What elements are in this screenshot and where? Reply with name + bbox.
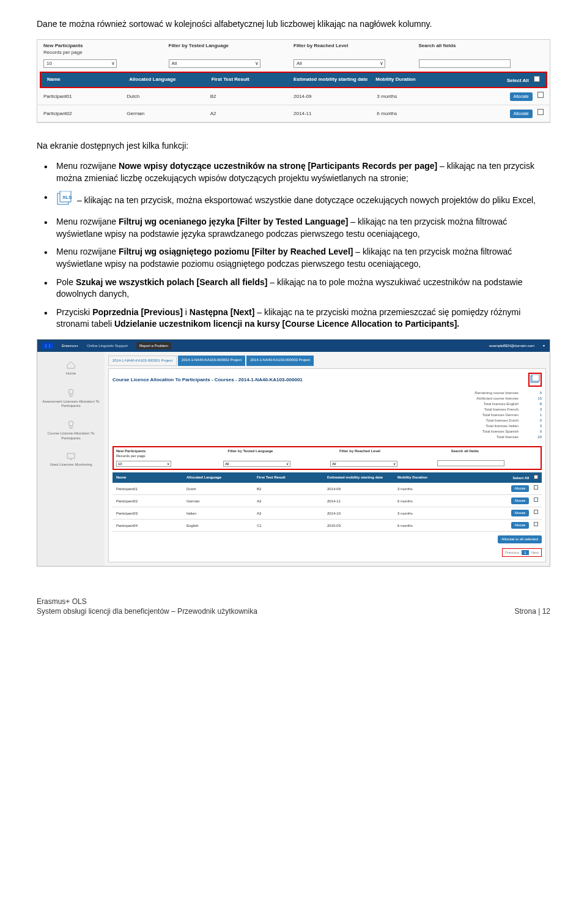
list-item: Przyciski Poprzednia [Previous] i Następ…	[44, 307, 550, 330]
col-date[interactable]: Estimated mobility starting date	[327, 475, 397, 480]
col-name[interactable]: Name	[47, 76, 129, 84]
cell-result: A2	[210, 110, 294, 117]
records-select[interactable]: 10∨	[116, 461, 171, 467]
table-header[interactable]: Name Allocated Language First Test Resul…	[113, 472, 542, 483]
row-checkbox[interactable]	[534, 522, 538, 526]
search-all-label: Search all fields	[419, 42, 544, 56]
functions-heading: Na ekranie dostępnych jest kilka funkcji…	[37, 140, 550, 152]
allocate-button[interactable]: Allocate	[511, 522, 530, 529]
tab-project-3[interactable]: 2014-1-NA40-KA103-000003 Project	[246, 356, 314, 365]
svg-point-4	[68, 421, 73, 426]
table-header-row[interactable]: Name Allocated Language First Test Resul…	[41, 73, 546, 87]
row-checkbox[interactable]	[534, 485, 538, 490]
tested-select[interactable]: All∨	[169, 59, 260, 68]
cell-lang: Dutch	[127, 93, 210, 100]
list-item: Pole Szukaj we wszystkich polach [Search…	[44, 277, 550, 300]
ols-label: Online Linguistic Support	[87, 343, 128, 348]
sidebar: Home Assessment Licences Allocation To P…	[37, 352, 105, 566]
allocate-button[interactable]: Allocate	[511, 485, 530, 492]
row-checkbox[interactable]	[534, 497, 538, 502]
reached-select[interactable]: All∨	[330, 461, 397, 467]
allocate-button[interactable]: Allocate	[511, 510, 530, 516]
select-all-checkbox[interactable]	[534, 76, 540, 82]
excel-icon[interactable]	[530, 374, 540, 383]
records-select[interactable]: 10∨	[43, 59, 117, 68]
page-number[interactable]: 1	[522, 550, 528, 555]
records-label: Records per page	[116, 453, 204, 458]
cell-result: B2	[210, 93, 294, 100]
row-checkbox[interactable]	[537, 92, 544, 98]
table-row: Participant02GermanA22014-116 months All…	[113, 495, 542, 507]
page-number: Strona | 12	[515, 606, 551, 617]
tab-project-2[interactable]: 2014-1-NA40-KA103-000002 Project	[178, 356, 245, 365]
svg-rect-7	[532, 374, 539, 381]
cell-duration: 3 months	[377, 93, 460, 100]
table-row: Participant02 German A2 2014-11 6 months…	[37, 105, 550, 122]
col-lang[interactable]: Allocated Language	[129, 76, 211, 84]
screenshot-filters-table: New Participants Records per page Filter…	[37, 39, 550, 123]
panel-title: Course Licence Allocation To Participant…	[113, 376, 303, 383]
cell-duration: 6 months	[377, 110, 460, 117]
select-all-checkbox[interactable]	[534, 475, 538, 479]
sidebar-item-course[interactable]: Course Licence Allocation To Participant…	[40, 417, 102, 441]
svg-text:XLS: XLS	[62, 195, 72, 200]
col-date[interactable]: Estimated mobility starting date	[294, 76, 375, 84]
cell-name: Participant01	[43, 93, 127, 100]
search-input[interactable]	[437, 460, 504, 466]
next-button[interactable]: Next	[531, 550, 539, 555]
main-content: 2014-1-NA40-KA103-000001 Project 2014-1-…	[105, 352, 550, 566]
tab-project-1[interactable]: 2014-1-NA40-KA103-000001 Project	[108, 356, 177, 365]
table-row: Participant03ItalianA22014-103 months Al…	[113, 507, 542, 520]
tested-select[interactable]: All∨	[223, 461, 290, 467]
allocate-button[interactable]: Allocate	[510, 92, 533, 101]
sidebar-item-assessment[interactable]: Assessment Licences Allocation To Partic…	[40, 385, 102, 409]
list-item: Menu rozwijane Nowe wpisy dotyczące ucze…	[44, 160, 550, 184]
col-select-all[interactable]: Select All	[468, 475, 538, 480]
allocate-button[interactable]: Allocate	[511, 497, 530, 504]
list-item: Menu rozwijane Filtruj wg ocenianego jęz…	[44, 216, 550, 240]
allocate-all-button[interactable]: Allocate to all selected	[498, 535, 542, 543]
cell-date: 2014-09	[294, 93, 377, 100]
svg-point-3	[68, 389, 73, 394]
pager-highlight: Previous 1 Next	[502, 548, 542, 557]
report-problem-button[interactable]: Report a Problem	[136, 342, 171, 349]
trophy-icon	[67, 389, 75, 397]
search-label: Search all fields	[451, 449, 539, 459]
prev-button[interactable]: Previous	[505, 550, 519, 555]
user-dropdown-icon[interactable]: ▾	[543, 343, 545, 348]
user-email[interactable]: exampleBEN@domain.com	[489, 343, 534, 348]
reached-select[interactable]: All∨	[294, 59, 385, 68]
filters-highlight: New Participants Records per page Filter…	[113, 446, 542, 470]
search-input[interactable]	[419, 59, 511, 68]
project-tabs: 2014-1-NA40-KA103-000001 Project 2014-1-…	[108, 356, 546, 365]
footer-line1: Erasmus+ OLS	[37, 597, 257, 607]
table-row: Participant04EnglishC12015-036 months Al…	[113, 520, 542, 532]
allocate-button[interactable]: Allocate	[510, 110, 533, 118]
cell-date: 2014-11	[294, 110, 377, 117]
reached-label: Filter by Reached Level	[339, 449, 427, 459]
svg-rect-5	[67, 453, 75, 458]
sidebar-item-home[interactable]: Home	[40, 357, 102, 376]
app-topbar: ⋮⋮ Erasmus+ Online Linguistic Support Re…	[37, 340, 550, 352]
col-name[interactable]: Name	[116, 475, 186, 480]
col-result[interactable]: First Test Result	[212, 76, 294, 84]
tested-lang-label: Filter by Tested Language	[169, 42, 294, 56]
col-duration[interactable]: Mobility Duration	[397, 475, 468, 480]
col-duration[interactable]: Mobility Duration	[375, 76, 457, 84]
records-per-page-label: Records per page	[43, 49, 169, 56]
row-checkbox[interactable]	[537, 109, 544, 115]
col-result[interactable]: First Test Result	[257, 475, 327, 480]
footer-line2: System obsługi licencji dla beneficjentó…	[37, 607, 257, 617]
table-row: Participant01DutchB22014-093 months Allo…	[113, 483, 542, 495]
header-row-highlight: Name Allocated Language First Test Resul…	[40, 72, 547, 88]
col-lang[interactable]: Allocated Language	[186, 475, 257, 480]
trophy-icon	[67, 420, 75, 429]
row-checkbox[interactable]	[534, 510, 538, 514]
screen-icon	[67, 453, 75, 460]
panel: Course Licence Allocation To Participant…	[108, 368, 546, 563]
sidebar-item-used[interactable]: Used Licences Monitoring	[40, 449, 102, 467]
list-item: Menu rozwijane Filtruj wg osiągniętego p…	[44, 246, 550, 270]
licence-stats: Remaining course licences5 Attributed co…	[113, 390, 542, 440]
col-select-all[interactable]: Select All	[458, 76, 540, 84]
tested-label: Filter by Tested Language	[228, 449, 316, 459]
